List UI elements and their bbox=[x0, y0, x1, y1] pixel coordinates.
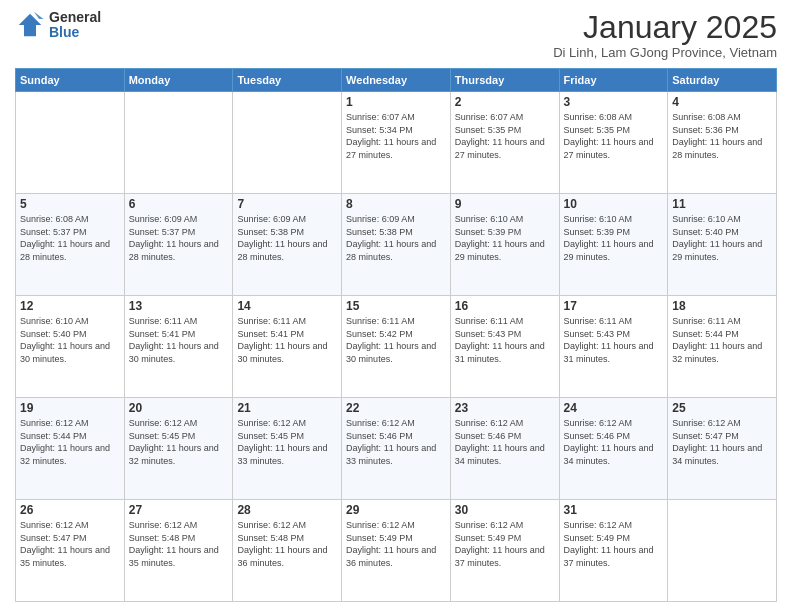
day-info: Sunrise: 6:12 AMSunset: 5:49 PMDaylight:… bbox=[564, 519, 664, 569]
day-info: Sunrise: 6:11 AMSunset: 5:43 PMDaylight:… bbox=[564, 315, 664, 365]
day-info: Sunrise: 6:12 AMSunset: 5:45 PMDaylight:… bbox=[237, 417, 337, 467]
calendar-cell: 9Sunrise: 6:10 AMSunset: 5:39 PMDaylight… bbox=[450, 194, 559, 296]
calendar-cell: 24Sunrise: 6:12 AMSunset: 5:46 PMDayligh… bbox=[559, 398, 668, 500]
calendar-cell: 23Sunrise: 6:12 AMSunset: 5:46 PMDayligh… bbox=[450, 398, 559, 500]
calendar-cell: 22Sunrise: 6:12 AMSunset: 5:46 PMDayligh… bbox=[342, 398, 451, 500]
logo: General Blue bbox=[15, 10, 101, 41]
calendar-cell: 19Sunrise: 6:12 AMSunset: 5:44 PMDayligh… bbox=[16, 398, 125, 500]
calendar-cell bbox=[16, 92, 125, 194]
day-info: Sunrise: 6:11 AMSunset: 5:43 PMDaylight:… bbox=[455, 315, 555, 365]
day-info: Sunrise: 6:12 AMSunset: 5:49 PMDaylight:… bbox=[346, 519, 446, 569]
day-info: Sunrise: 6:10 AMSunset: 5:40 PMDaylight:… bbox=[672, 213, 772, 263]
calendar-cell: 31Sunrise: 6:12 AMSunset: 5:49 PMDayligh… bbox=[559, 500, 668, 602]
title-block: January 2025 Di Linh, Lam GJong Province… bbox=[553, 10, 777, 60]
day-info: Sunrise: 6:10 AMSunset: 5:39 PMDaylight:… bbox=[455, 213, 555, 263]
logo-icon bbox=[15, 10, 45, 40]
day-number: 3 bbox=[564, 95, 664, 109]
day-info: Sunrise: 6:09 AMSunset: 5:38 PMDaylight:… bbox=[237, 213, 337, 263]
day-info: Sunrise: 6:12 AMSunset: 5:46 PMDaylight:… bbox=[346, 417, 446, 467]
calendar-cell: 18Sunrise: 6:11 AMSunset: 5:44 PMDayligh… bbox=[668, 296, 777, 398]
day-info: Sunrise: 6:09 AMSunset: 5:38 PMDaylight:… bbox=[346, 213, 446, 263]
calendar-cell bbox=[124, 92, 233, 194]
calendar-cell bbox=[668, 500, 777, 602]
day-number: 8 bbox=[346, 197, 446, 211]
day-info: Sunrise: 6:12 AMSunset: 5:48 PMDaylight:… bbox=[237, 519, 337, 569]
calendar-cell: 30Sunrise: 6:12 AMSunset: 5:49 PMDayligh… bbox=[450, 500, 559, 602]
calendar-cell: 17Sunrise: 6:11 AMSunset: 5:43 PMDayligh… bbox=[559, 296, 668, 398]
day-number: 30 bbox=[455, 503, 555, 517]
calendar-cell: 28Sunrise: 6:12 AMSunset: 5:48 PMDayligh… bbox=[233, 500, 342, 602]
day-info: Sunrise: 6:12 AMSunset: 5:46 PMDaylight:… bbox=[455, 417, 555, 467]
calendar-table: SundayMondayTuesdayWednesdayThursdayFrid… bbox=[15, 68, 777, 602]
calendar-week-4: 19Sunrise: 6:12 AMSunset: 5:44 PMDayligh… bbox=[16, 398, 777, 500]
day-number: 15 bbox=[346, 299, 446, 313]
day-info: Sunrise: 6:12 AMSunset: 5:48 PMDaylight:… bbox=[129, 519, 229, 569]
calendar-cell: 4Sunrise: 6:08 AMSunset: 5:36 PMDaylight… bbox=[668, 92, 777, 194]
day-number: 2 bbox=[455, 95, 555, 109]
weekday-header-saturday: Saturday bbox=[668, 69, 777, 92]
weekday-header-monday: Monday bbox=[124, 69, 233, 92]
calendar-cell: 6Sunrise: 6:09 AMSunset: 5:37 PMDaylight… bbox=[124, 194, 233, 296]
day-info: Sunrise: 6:12 AMSunset: 5:45 PMDaylight:… bbox=[129, 417, 229, 467]
calendar-cell: 20Sunrise: 6:12 AMSunset: 5:45 PMDayligh… bbox=[124, 398, 233, 500]
calendar-cell: 14Sunrise: 6:11 AMSunset: 5:41 PMDayligh… bbox=[233, 296, 342, 398]
calendar-cell: 21Sunrise: 6:12 AMSunset: 5:45 PMDayligh… bbox=[233, 398, 342, 500]
calendar-cell: 15Sunrise: 6:11 AMSunset: 5:42 PMDayligh… bbox=[342, 296, 451, 398]
weekday-header-thursday: Thursday bbox=[450, 69, 559, 92]
calendar-cell: 25Sunrise: 6:12 AMSunset: 5:47 PMDayligh… bbox=[668, 398, 777, 500]
day-info: Sunrise: 6:08 AMSunset: 5:35 PMDaylight:… bbox=[564, 111, 664, 161]
calendar-cell: 27Sunrise: 6:12 AMSunset: 5:48 PMDayligh… bbox=[124, 500, 233, 602]
day-number: 13 bbox=[129, 299, 229, 313]
day-info: Sunrise: 6:11 AMSunset: 5:42 PMDaylight:… bbox=[346, 315, 446, 365]
day-info: Sunrise: 6:12 AMSunset: 5:44 PMDaylight:… bbox=[20, 417, 120, 467]
day-number: 22 bbox=[346, 401, 446, 415]
weekday-header-sunday: Sunday bbox=[16, 69, 125, 92]
day-info: Sunrise: 6:08 AMSunset: 5:37 PMDaylight:… bbox=[20, 213, 120, 263]
day-number: 18 bbox=[672, 299, 772, 313]
day-number: 5 bbox=[20, 197, 120, 211]
day-number: 19 bbox=[20, 401, 120, 415]
day-info: Sunrise: 6:10 AMSunset: 5:39 PMDaylight:… bbox=[564, 213, 664, 263]
day-number: 6 bbox=[129, 197, 229, 211]
day-number: 4 bbox=[672, 95, 772, 109]
day-number: 31 bbox=[564, 503, 664, 517]
day-info: Sunrise: 6:11 AMSunset: 5:41 PMDaylight:… bbox=[129, 315, 229, 365]
calendar-cell bbox=[233, 92, 342, 194]
day-number: 14 bbox=[237, 299, 337, 313]
calendar-week-2: 5Sunrise: 6:08 AMSunset: 5:37 PMDaylight… bbox=[16, 194, 777, 296]
calendar-week-3: 12Sunrise: 6:10 AMSunset: 5:40 PMDayligh… bbox=[16, 296, 777, 398]
day-info: Sunrise: 6:12 AMSunset: 5:47 PMDaylight:… bbox=[20, 519, 120, 569]
day-number: 7 bbox=[237, 197, 337, 211]
day-info: Sunrise: 6:12 AMSunset: 5:46 PMDaylight:… bbox=[564, 417, 664, 467]
svg-marker-1 bbox=[34, 12, 44, 20]
calendar-cell: 26Sunrise: 6:12 AMSunset: 5:47 PMDayligh… bbox=[16, 500, 125, 602]
calendar-cell: 11Sunrise: 6:10 AMSunset: 5:40 PMDayligh… bbox=[668, 194, 777, 296]
calendar-cell: 12Sunrise: 6:10 AMSunset: 5:40 PMDayligh… bbox=[16, 296, 125, 398]
day-number: 27 bbox=[129, 503, 229, 517]
page: General Blue January 2025 Di Linh, Lam G… bbox=[0, 0, 792, 612]
day-number: 20 bbox=[129, 401, 229, 415]
calendar-cell: 5Sunrise: 6:08 AMSunset: 5:37 PMDaylight… bbox=[16, 194, 125, 296]
calendar-cell: 3Sunrise: 6:08 AMSunset: 5:35 PMDaylight… bbox=[559, 92, 668, 194]
day-number: 29 bbox=[346, 503, 446, 517]
calendar-week-5: 26Sunrise: 6:12 AMSunset: 5:47 PMDayligh… bbox=[16, 500, 777, 602]
day-number: 12 bbox=[20, 299, 120, 313]
calendar-cell: 13Sunrise: 6:11 AMSunset: 5:41 PMDayligh… bbox=[124, 296, 233, 398]
day-number: 10 bbox=[564, 197, 664, 211]
calendar-cell: 10Sunrise: 6:10 AMSunset: 5:39 PMDayligh… bbox=[559, 194, 668, 296]
weekday-header-friday: Friday bbox=[559, 69, 668, 92]
day-number: 21 bbox=[237, 401, 337, 415]
day-info: Sunrise: 6:10 AMSunset: 5:40 PMDaylight:… bbox=[20, 315, 120, 365]
logo-text: General Blue bbox=[49, 10, 101, 41]
location: Di Linh, Lam GJong Province, Vietnam bbox=[553, 45, 777, 60]
day-number: 25 bbox=[672, 401, 772, 415]
day-number: 28 bbox=[237, 503, 337, 517]
day-number: 1 bbox=[346, 95, 446, 109]
weekday-header-tuesday: Tuesday bbox=[233, 69, 342, 92]
month-title: January 2025 bbox=[553, 10, 777, 45]
day-number: 26 bbox=[20, 503, 120, 517]
calendar-week-1: 1Sunrise: 6:07 AMSunset: 5:34 PMDaylight… bbox=[16, 92, 777, 194]
weekday-header-wednesday: Wednesday bbox=[342, 69, 451, 92]
calendar-cell: 8Sunrise: 6:09 AMSunset: 5:38 PMDaylight… bbox=[342, 194, 451, 296]
day-number: 24 bbox=[564, 401, 664, 415]
